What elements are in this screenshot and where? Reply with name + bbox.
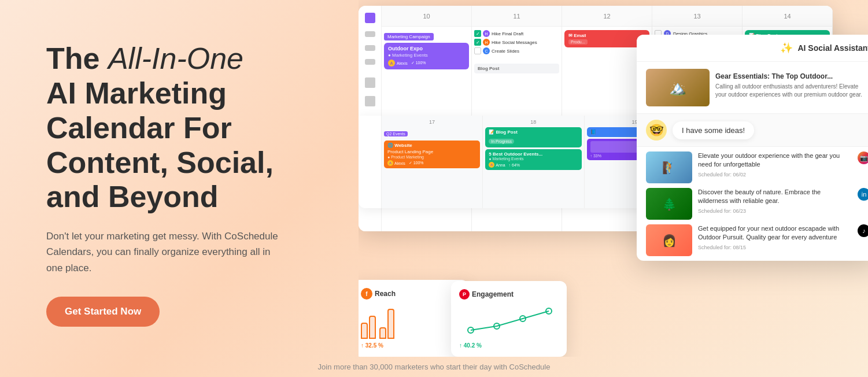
day-13: 13: [652, 6, 743, 26]
post-text-3: Get equipped for your next outdoor escap…: [698, 224, 852, 242]
post-text-1: Elevate your outdoor experience with the…: [698, 151, 852, 169]
bar-4: [387, 309, 394, 339]
get-started-button[interactable]: Get Started Now: [46, 297, 160, 327]
social-post-3: 👩 Get equipped for your next outdoor esc…: [646, 224, 868, 256]
reach-bars: [361, 304, 460, 339]
ai-avatar: 🤓: [646, 120, 667, 141]
title-italic: All-In-One: [108, 42, 243, 75]
chat-bubble: I have some ideas!: [673, 121, 754, 139]
post-content-2: Discover the beauty of nature. Embrace t…: [698, 188, 852, 214]
ai-panel-title: AI Social Assistant: [797, 43, 868, 53]
engagement-title: P Engagement: [459, 289, 559, 300]
ai-social-panel: ✨ AI Social Assistant 🏔️ Gear Essentials…: [637, 35, 868, 261]
title-prefix: The: [46, 42, 99, 75]
tiktok-badge: ♪: [858, 224, 868, 237]
outdoor-events-card[interactable]: 5 Best Outdoor Events... ● Marketing Eve…: [485, 149, 581, 170]
instagram-badge-1: 📷: [858, 151, 868, 164]
preview-text: Gear Essentials: The Top Outdoor... Call…: [715, 69, 868, 106]
post-meta-3: Scheduled for: 08/15: [698, 245, 852, 250]
engagement-chart: [459, 304, 559, 339]
bar-1: [361, 323, 368, 339]
gear-preview-image: 🏔️: [646, 69, 710, 106]
bar-2: [369, 316, 376, 339]
preview-title: Gear Essentials: The Top Outdoor...: [715, 72, 868, 80]
magic-icon: ✨: [780, 42, 793, 54]
reach-icon: f: [361, 288, 372, 300]
engagement-stat: ↑ 40.2 %: [459, 342, 559, 349]
day-14: 14: [743, 6, 833, 26]
q2-events-label: Q2 Events: [384, 131, 408, 136]
website-card[interactable]: 🌐 Website Product Landing Page ● Product…: [384, 141, 480, 168]
ai-panel-header: ✨ AI Social Assistant: [637, 35, 868, 62]
ai-panel-preview: 🏔️ Gear Essentials: The Top Outdoor... C…: [637, 62, 868, 114]
day-11: 11: [472, 6, 562, 26]
social-posts-list: 🧗 Elevate your outdoor experience with t…: [637, 147, 868, 261]
post-image-3: 👩: [646, 224, 692, 256]
calendar-header: 10 11 12 13 14: [382, 6, 833, 27]
reach-stat: ↑ 32.5 %: [361, 342, 460, 349]
post-content-1: Elevate your outdoor experience with the…: [698, 151, 852, 178]
outdoor-expo-card[interactable]: Outdoor Expo ● Marketing Events A Alexis…: [384, 43, 469, 69]
post-meta-2: Scheduled for: 06/23: [698, 208, 852, 214]
cal-col-18: 18 📝 Blog Post In Progress 5 Best Outdoo…: [483, 116, 584, 208]
main-container: The All-In-One AI Marketing Calendar For…: [0, 0, 868, 357]
bar-3: [379, 327, 386, 339]
social-post-1: 🧗 Elevate your outdoor experience with t…: [646, 151, 868, 183]
hero-subtitle: Don't let your marketing get messy. With…: [46, 228, 289, 276]
day-12: 12: [562, 6, 652, 26]
home-icon[interactable]: [365, 13, 375, 23]
linkedin-badge: in: [858, 188, 868, 201]
post-image-1: 🧗: [646, 151, 692, 183]
bar-group-1: [361, 316, 376, 339]
post-image-2: 🌲: [646, 188, 692, 220]
blog-post-18[interactable]: 📝 Blog Post In Progress: [485, 127, 581, 147]
menu-icon[interactable]: [365, 31, 375, 37]
preview-desc: Calling all outdoor enthusiasts and adve…: [715, 83, 868, 99]
post-text-2: Discover the beauty of nature. Embrace t…: [698, 188, 852, 206]
grid-icon[interactable]: [365, 59, 375, 65]
day-10: 10: [382, 6, 472, 26]
post-content-3: Get equipped for your next outdoor escap…: [698, 224, 852, 250]
cal-col-17: 17 Q2 Events 🌐 Website Product Landing P…: [382, 116, 483, 208]
reach-title: f Reach: [361, 288, 460, 300]
calendar-icon[interactable]: [365, 45, 375, 51]
settings-icon[interactable]: [365, 77, 375, 88]
chat-area: 🤓 I have some ideas!: [637, 114, 868, 147]
left-section: The All-In-One AI Marketing Calendar For…: [0, 0, 359, 357]
social-post-2: 🌲 Discover the beauty of nature. Embrace…: [646, 188, 868, 220]
right-section: 10 11 12 13 14 Marketing Campaign Outdoo…: [359, 0, 868, 357]
engagement-widget: P Engagement ↑ 40.2 %: [451, 281, 567, 357]
bottom-bar: Join more than 30,000 marketers who star…: [0, 357, 868, 377]
chart-icon[interactable]: [365, 96, 375, 106]
bar-group-2: [379, 309, 394, 339]
hero-title: The All-In-One AI Marketing Calendar For…: [46, 42, 324, 215]
marketing-campaign-label: Marketing Campaign: [384, 33, 434, 40]
pinterest-icon: P: [459, 289, 470, 300]
post-meta-1: Scheduled for: 06/02: [698, 172, 852, 178]
